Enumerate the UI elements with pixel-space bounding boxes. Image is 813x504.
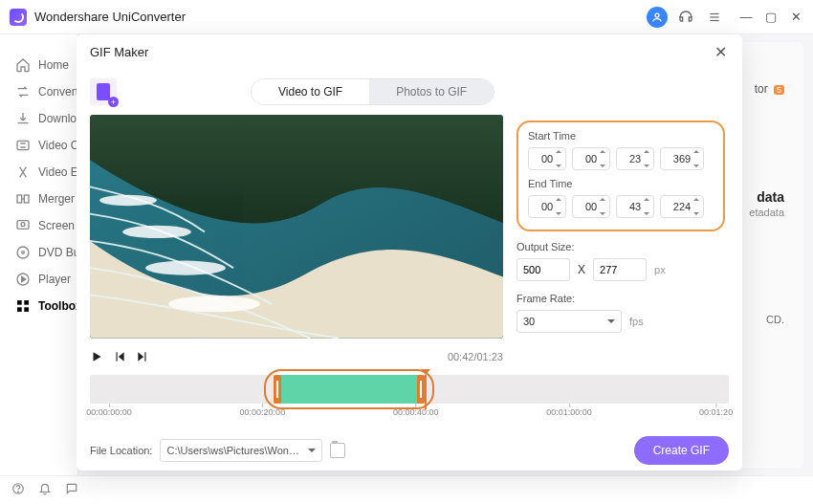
end-min-input[interactable]: 00 <box>572 195 610 218</box>
end-sec-input[interactable]: 43 <box>616 195 654 218</box>
sidebar-item-label: Screen Recorder <box>38 219 77 232</box>
timecode: 00:42/01:23 <box>448 351 503 362</box>
frame-rate-select[interactable]: 30 <box>516 310 622 333</box>
sidebar-item-editor[interactable]: Video Editor <box>0 159 77 186</box>
sidebar: Home Converter Downloader Video Compress… <box>0 34 78 475</box>
tick-label: 00:01:20 <box>699 407 733 417</box>
chevron-down-icon <box>308 449 316 452</box>
video-preview[interactable] <box>90 115 503 339</box>
next-frame-button[interactable] <box>136 350 149 363</box>
start-hour-input[interactable]: 00 <box>528 147 566 170</box>
sidebar-item-downloader[interactable]: Downloader <box>0 105 77 132</box>
tick-label: 00:00:20:00 <box>240 407 286 417</box>
app-logo <box>10 9 27 26</box>
sidebar-item-compressor[interactable]: Video Compressor <box>0 132 77 159</box>
svg-point-20 <box>122 226 191 238</box>
fps-unit: fps <box>629 316 644 327</box>
bg-text: CD. <box>766 314 784 325</box>
open-folder-icon[interactable] <box>330 443 345 458</box>
close-window-button[interactable]: ✕ <box>788 10 803 25</box>
end-hour-input[interactable]: 00 <box>528 195 566 218</box>
svg-point-10 <box>22 252 25 254</box>
frame-rate-label: Frame Rate: <box>516 293 725 304</box>
tick-label: 00:01:00:00 <box>546 407 592 417</box>
start-sec-input[interactable]: 23 <box>616 147 654 170</box>
size-unit: px <box>654 264 666 275</box>
account-icon[interactable] <box>647 7 668 28</box>
sidebar-item-label: Toolbox <box>38 299 77 313</box>
start-time-label: Start Time <box>528 130 714 142</box>
svg-rect-5 <box>17 195 22 203</box>
svg-point-22 <box>168 296 260 312</box>
size-x: X <box>578 263 585 276</box>
badge: 5 <box>774 85 784 95</box>
svg-rect-14 <box>17 307 22 312</box>
svg-rect-7 <box>17 221 29 230</box>
sidebar-item-label: Home <box>38 58 69 72</box>
maximize-button[interactable]: ▢ <box>763 10 779 25</box>
chevron-down-icon <box>607 319 615 323</box>
prev-frame-button[interactable] <box>113 350 126 363</box>
end-handle[interactable] <box>417 375 425 404</box>
sidebar-item-recorder[interactable]: Screen Recorder <box>0 212 77 239</box>
feedback-icon[interactable] <box>65 482 78 498</box>
svg-point-17 <box>18 492 19 493</box>
modal-title: GIF Maker <box>90 45 148 59</box>
sidebar-item-label: Video Editor <box>38 165 77 179</box>
sidebar-item-label: Downloader <box>38 112 77 125</box>
sidebar-item-label: Converter <box>38 85 77 99</box>
output-width-input[interactable] <box>516 258 570 281</box>
output-size-label: Output Size: <box>516 241 725 252</box>
sidebar-item-label: Video Compressor <box>38 139 77 152</box>
statusbar <box>0 475 813 504</box>
tab-photos-to-gif[interactable]: Photos to GIF <box>369 79 494 104</box>
bg-text: tor <box>755 82 768 96</box>
sidebar-item-label: Player <box>38 273 71 286</box>
sidebar-item-toolbox[interactable]: Toolbox <box>0 293 77 319</box>
start-min-input[interactable]: 00 <box>572 147 610 170</box>
sidebar-item-merger[interactable]: Merger <box>0 186 77 212</box>
svg-point-9 <box>17 247 29 258</box>
svg-point-8 <box>21 223 25 227</box>
bg-text: data <box>757 189 784 205</box>
start-ms-input[interactable]: 369 <box>660 147 704 170</box>
mode-segmented: Video to GIF Photos to GIF <box>251 78 494 105</box>
file-location-select[interactable]: C:\Users\ws\Pictures\Wonders <box>160 439 322 462</box>
minimize-button[interactable]: — <box>738 10 754 25</box>
output-height-input[interactable] <box>593 258 647 281</box>
playhead[interactable] <box>421 369 430 375</box>
help-icon[interactable] <box>11 482 25 498</box>
bg-text: etadata <box>749 207 784 218</box>
tick-label: 00:00:00:00 <box>86 407 132 417</box>
svg-point-19 <box>99 195 157 206</box>
sidebar-item-home[interactable]: Home <box>0 52 77 78</box>
end-time-label: End Time <box>528 178 714 189</box>
svg-point-0 <box>655 13 659 17</box>
add-media-button[interactable] <box>90 78 117 105</box>
svg-rect-15 <box>24 307 29 312</box>
sidebar-item-label: Merger <box>38 192 75 206</box>
gif-maker-modal: GIF Maker ✕ Video to GIF Photos to GIF <box>77 34 742 471</box>
create-gif-button[interactable]: Create GIF <box>634 436 729 465</box>
sidebar-item-player[interactable]: Player <box>0 266 77 293</box>
play-button[interactable] <box>90 350 103 363</box>
support-icon[interactable] <box>675 7 696 28</box>
start-handle[interactable] <box>274 375 281 404</box>
sidebar-item-label: DVD Burner <box>38 246 77 259</box>
file-location-label: File Location: <box>90 445 152 456</box>
sidebar-item-dvd[interactable]: DVD Burner <box>0 239 77 266</box>
titlebar: Wondershare UniConverter — ▢ ✕ <box>0 0 813 34</box>
svg-rect-12 <box>17 300 22 305</box>
svg-rect-6 <box>24 195 29 203</box>
menu-icon[interactable] <box>704 7 725 28</box>
end-ms-input[interactable]: 224 <box>660 195 704 218</box>
tab-video-to-gif[interactable]: Video to GIF <box>252 79 369 104</box>
sidebar-item-converter[interactable]: Converter <box>0 78 77 105</box>
bell-icon[interactable] <box>38 482 52 498</box>
timeline[interactable]: 00:00:00:00 00:00:20:00 00:00:40:00 00:0… <box>90 375 729 430</box>
svg-rect-4 <box>17 141 29 149</box>
tick-label: 00:00:40:00 <box>393 407 439 417</box>
time-range-group: Start Time 00 00 23 369 End Time 00 00 4… <box>516 121 725 231</box>
app-title: Wondershare UniConverter <box>34 10 186 24</box>
close-icon[interactable]: ✕ <box>712 43 729 60</box>
